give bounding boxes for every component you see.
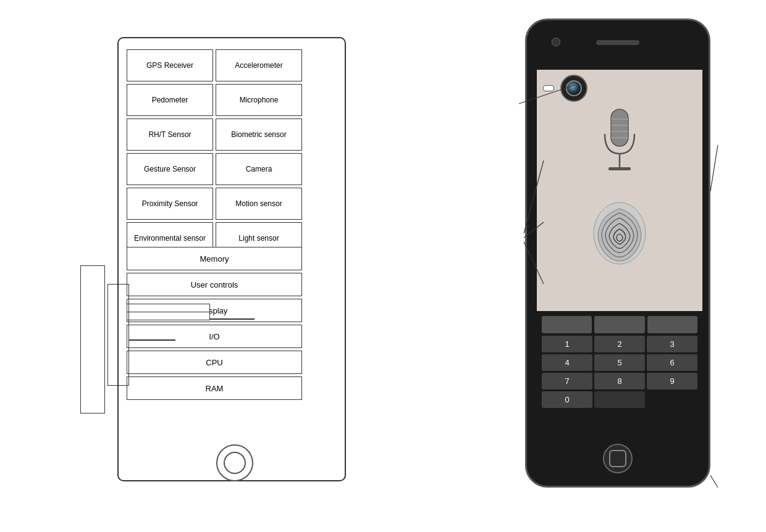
keypad-top-key-3	[647, 316, 697, 333]
box-io: I/O	[127, 325, 302, 348]
key-0[interactable]: 0	[542, 391, 592, 408]
key-4[interactable]: 4	[542, 354, 592, 371]
phone-camera-dot	[552, 38, 560, 46]
key-2[interactable]: 2	[594, 336, 645, 352]
phone-screen: 1 2 3 4 5 6 7 8 9 0	[537, 70, 702, 415]
camera-lens	[566, 80, 582, 96]
sensor-gesture: Gesture Sensor	[127, 153, 213, 185]
service-provider-box	[80, 265, 105, 414]
keypad-top-row	[542, 316, 697, 333]
microphone-icon	[595, 107, 644, 181]
key-1[interactable]: 1	[542, 336, 592, 352]
keypad-top-key-2	[594, 316, 644, 333]
fingerprint-icon	[592, 199, 647, 267]
sensor-microphone: Microphone	[216, 84, 302, 116]
box-memory: Memory	[127, 247, 302, 270]
auth-block	[127, 304, 210, 320]
application-box	[107, 284, 129, 386]
phone-body: 1 2 3 4 5 6 7 8 9 0	[525, 19, 710, 488]
patent-diagram: GPS Receiver Accelerometer Pedometer Mic…	[80, 19, 352, 506]
phone-home-button[interactable]	[603, 444, 633, 473]
box-user-controls: User controls	[127, 273, 302, 296]
keypad-top-key-1	[542, 316, 592, 333]
home-circle	[216, 444, 253, 481]
key-7[interactable]: 7	[542, 373, 592, 389]
keypad: 1 2 3 4 5 6 7 8 9 0	[537, 311, 702, 415]
key-8[interactable]: 8	[594, 373, 645, 389]
sensor-pedometer: Pedometer	[127, 84, 213, 116]
sensor-biometric: Biometric sensor	[216, 118, 302, 151]
auth-app-label	[127, 304, 209, 312]
one-time-badge	[543, 85, 554, 91]
svg-line-9	[710, 145, 718, 191]
sensor-rht: RH/T Sensor	[127, 118, 213, 151]
keypad-grid: 1 2 3 4 5 6 7 8 9 0	[542, 336, 697, 408]
phone-home-inner	[609, 450, 626, 467]
sensor-proximity: Proximity Sensor	[127, 188, 213, 220]
microphone-area	[595, 107, 644, 181]
sensor-grid: GPS Receiver Accelerometer Pedometer Mic…	[127, 49, 302, 254]
svg-rect-0	[611, 109, 628, 146]
fingerprint-area	[592, 199, 647, 270]
key-6[interactable]: 6	[647, 354, 697, 371]
sensor-motion: Motion sensor	[216, 188, 302, 220]
key-3[interactable]: 3	[647, 336, 697, 352]
auth-engine-label	[127, 312, 209, 320]
single-col-boxes: Memory User controls Display I/O CPU RAM	[127, 247, 302, 400]
box-ram: RAM	[127, 376, 302, 400]
phone-speaker	[596, 40, 639, 45]
home-circle-inner	[224, 452, 246, 474]
phone-diagram: 1 2 3 4 5 6 7 8 9 0	[507, 19, 729, 506]
camera-icon	[560, 75, 587, 102]
key-cancel[interactable]	[594, 391, 645, 408]
svg-rect-6	[608, 167, 631, 170]
screen-top-bar	[543, 75, 696, 102]
key-9[interactable]: 9	[647, 373, 697, 389]
sensor-camera: Camera	[216, 153, 302, 185]
svg-line-13	[710, 475, 718, 488]
sensor-accelerometer: Accelerometer	[216, 49, 302, 81]
box-cpu: CPU	[127, 351, 302, 374]
sensor-gps: GPS Receiver	[127, 49, 213, 81]
key-5[interactable]: 5	[594, 354, 645, 371]
